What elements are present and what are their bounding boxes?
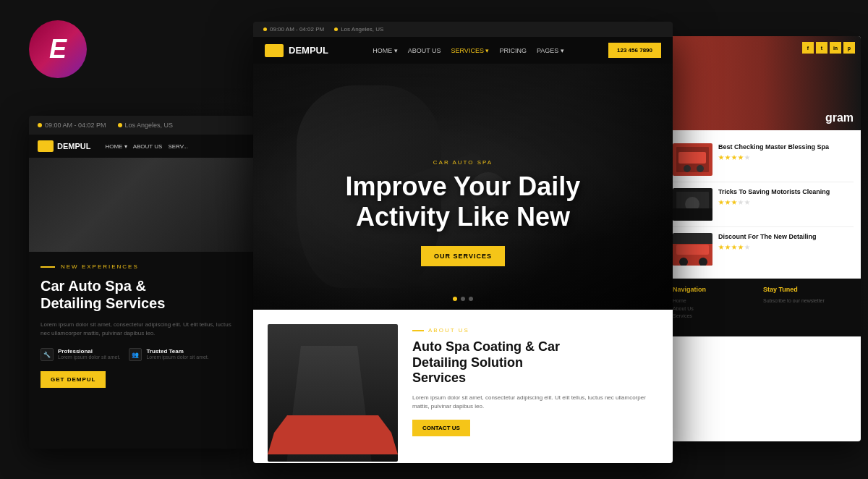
hero-dot-3[interactable] [469, 297, 473, 301]
left-main-heading: Car Auto Spa & Detailing Services [41, 277, 242, 312]
left-nav-about[interactable]: ABOUT US [133, 143, 163, 150]
feature-professional-title: Professional [58, 348, 120, 355]
center-nav-pages[interactable]: PAGES ▾ [537, 47, 564, 54]
left-new-exp: NEW EXPERIENCES [41, 263, 242, 270]
left-logo-text: DEMPUL [57, 142, 90, 151]
about-label-text: ABOUT US [428, 327, 469, 334]
center-about-cta[interactable]: CONTACT US [412, 420, 470, 436]
center-about-section: ABOUT US Auto Spa Coating & Car Detailin… [253, 310, 673, 463]
center-location-item: Los Angeles, US [334, 26, 383, 33]
center-about-title: Auto Spa Coating & Car Detailing Solutio… [412, 339, 658, 386]
svg-point-2 [684, 165, 691, 172]
center-top-bar: 09:00 AM - 04:02 PM Los Angeles, US [253, 22, 673, 37]
blog-stars-2 [718, 200, 830, 205]
left-hero-image [29, 158, 253, 252]
center-nav-links: HOME ▾ ABOUT US SERVICES ▾ PRICING PAGES… [373, 47, 564, 54]
center-nav-about[interactable]: ABOUT US [408, 47, 441, 54]
about-car-shape [268, 411, 398, 454]
hero-dot-1[interactable] [453, 297, 457, 301]
right-footer-navigation: Navigation HomeAbout UsServices [673, 286, 763, 329]
blog-title-3: Discount For The New Detailing [718, 233, 817, 242]
left-desc: Lorem ipsum dolor sit amet, consectetur … [41, 321, 242, 338]
blog-info-1: Best Checking Master Blessing Spa [718, 143, 829, 176]
star-3-1 [718, 245, 724, 250]
social-icons-group: f t in p [802, 42, 855, 54]
svg-rect-4 [678, 152, 706, 164]
center-hero-cta[interactable]: OUR SERVICES [421, 246, 505, 266]
center-about-content: ABOUT US Auto Spa Coating & Car Detailin… [412, 324, 658, 462]
feature-trusted-desc: Lorem ipsum dolor sit amet. [146, 355, 208, 360]
right-footer: Navigation HomeAbout UsServices Stay Tun… [665, 279, 861, 336]
hero-dot-2[interactable] [461, 297, 465, 301]
social-icon-linkedin[interactable]: in [830, 42, 841, 54]
svg-rect-8 [673, 208, 712, 221]
center-logo-icon [265, 44, 284, 57]
center-hero-content: CAR AUTO SPA Improve Your Daily Activity… [253, 159, 673, 266]
left-nav-links: HOME ▾ ABOUT US SERV... [105, 143, 188, 150]
left-logo: DEMPUL [38, 140, 90, 152]
left-exp-text: NEW EXPERIENCES [61, 263, 139, 270]
center-nav-cta[interactable]: 123 456 7890 [608, 43, 661, 58]
center-card: 09:00 AM - 04:02 PM Los Angeles, US DEMP… [253, 22, 673, 463]
center-logo-text: DEMPUL [289, 45, 328, 56]
social-icon-facebook[interactable]: f [802, 42, 814, 54]
right-top-section: f t in p gram [665, 36, 861, 130]
star-1-1 [718, 155, 724, 161]
left-cta-button[interactable]: GET DEMPUL [41, 371, 106, 388]
elementor-logo: E [29, 20, 87, 78]
center-location-dot [334, 27, 338, 31]
professional-icon: 🔧 [41, 348, 54, 361]
center-nav-bar: DEMPUL HOME ▾ ABOUT US SERVICES ▾ PRICIN… [253, 37, 673, 64]
trusted-icon: 👥 [129, 348, 142, 361]
about-label-line [412, 330, 424, 331]
left-hero-bg [29, 158, 253, 252]
star-3-2 [725, 245, 731, 250]
center-hero-section: CAR AUTO SPA Improve Your Daily Activity… [253, 64, 673, 310]
center-nav-services[interactable]: SERVICES ▾ [451, 47, 490, 54]
instagram-label: gram [825, 111, 854, 124]
blog-item-3: Discount For The New Detailing [673, 227, 854, 271]
center-logo: DEMPUL [265, 44, 328, 57]
blog-item-1: Best Checking Master Blessing Spa [673, 137, 854, 182]
center-about-image [268, 324, 398, 462]
feature-professional-desc: Lorem ipsum dolor sit amet. [58, 355, 120, 360]
star-2-3 [731, 200, 737, 205]
left-card-content: NEW EXPERIENCES Car Auto Spa & Detailing… [29, 252, 253, 399]
left-feature-professional: 🔧 Professional Lorem ipsum dolor sit ame… [41, 348, 120, 361]
social-icon-pinterest[interactable]: p [843, 42, 855, 54]
left-nav-serv[interactable]: SERV... [168, 143, 188, 150]
left-nav-home[interactable]: HOME ▾ [105, 143, 127, 150]
blog-thumb-img-3 [673, 233, 712, 266]
left-time-item: 09:00 AM - 04:02 PM [38, 122, 106, 129]
blog-item-2: Tricks To Saving Motorists Cleaning [673, 182, 854, 227]
center-hero-tag: CAR AUTO SPA [253, 159, 673, 166]
blog-thumb-1 [673, 143, 712, 176]
left-exp-line [41, 266, 55, 268]
center-top-info: 09:00 AM - 04:02 PM Los Angeles, US [263, 26, 383, 33]
star-2-2 [725, 200, 731, 205]
star-1-4 [738, 155, 744, 161]
star-2-1 [718, 200, 724, 205]
blog-thumb-img-1 [673, 143, 712, 176]
right-nav-links: HomeAbout UsServices [673, 297, 763, 321]
center-nav-pricing[interactable]: PRICING [499, 47, 527, 54]
left-feature-trusted: 👥 Trusted Team Lorem ipsum dolor sit ame… [129, 348, 208, 361]
star-1-5 [744, 155, 750, 161]
left-location-item: Los Angeles, US [118, 122, 174, 129]
left-card-nav: DEMPUL HOME ▾ ABOUT US SERV... [29, 135, 253, 158]
blog-stars-3 [718, 245, 817, 250]
center-hero-title: Improve Your Daily Activity Like New [253, 171, 673, 232]
svg-point-3 [697, 165, 704, 172]
center-hero-dots [453, 297, 473, 301]
social-icon-twitter[interactable]: t [816, 42, 827, 54]
star-2-5 [744, 200, 750, 205]
center-location: Los Angeles, US [341, 26, 383, 33]
left-card: 09:00 AM - 04:02 PM Los Angeles, US DEMP… [29, 116, 253, 449]
blog-info-3: Discount For The New Detailing [718, 233, 817, 266]
center-nav-home[interactable]: HOME ▾ [373, 47, 398, 54]
blog-thumb-2 [673, 188, 712, 221]
center-time-dot [263, 27, 267, 31]
left-features: 🔧 Professional Lorem ipsum dolor sit ame… [41, 348, 242, 361]
center-about-label: ABOUT US [412, 327, 658, 334]
elementor-letter: E [49, 34, 67, 64]
